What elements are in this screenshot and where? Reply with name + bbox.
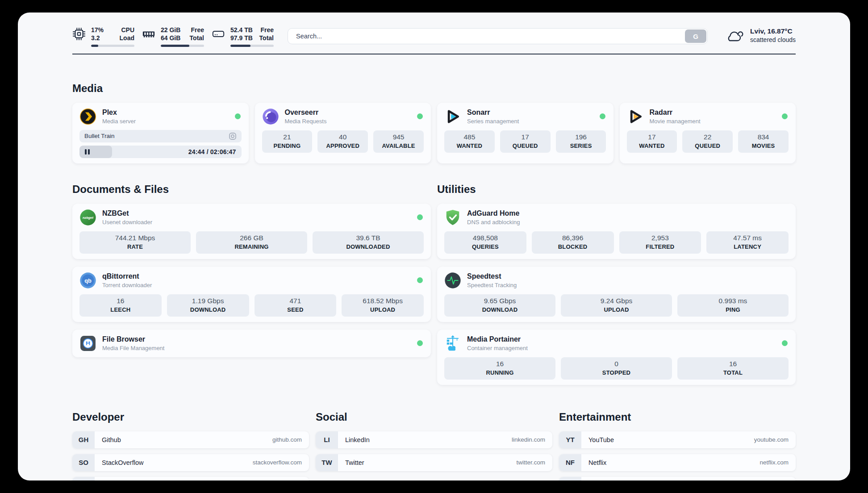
stat-queries: 498,508 QUERIES [444,231,526,254]
stat-upload: 9.24 Gbps UPLOAD [561,294,672,317]
status-dot [235,113,241,119]
bookmark-name: Netflix [588,459,606,466]
app-card-plex[interactable]: Plex Media server Bullet Train [72,103,249,163]
bookmark-url: twitter.com [516,459,545,466]
pause-icon[interactable] [85,149,90,155]
stat-upload: 618.52 Mbps UPLOAD [342,294,424,317]
status-dot [782,113,788,119]
dashboard-panel: 17% 3.2 CPU Load [18,13,850,480]
ram-icon [142,27,155,41]
app-card-nzbget[interactable]: nzbget NZBGet Usenet downloader 744.21 M… [72,204,431,259]
weather-location: Lviv, 16.87°C [750,27,796,36]
top-bar: 17% 3.2 CPU Load [72,26,796,47]
section-title-entertainment: Entertainment [559,411,796,423]
app-title: Sonarr [467,108,519,117]
media-grid: Plex Media server Bullet Train [72,103,796,163]
app-subtitle: Container management [467,345,528,352]
header-divider [72,54,796,54]
cloud-icon [725,27,744,43]
stat-running: 16 RUNNING [444,357,555,380]
app-title: Plex [102,108,136,117]
bookmark-twitter[interactable]: TW Twitter twitter.com [316,454,552,471]
svg-text:nzbget: nzbget [83,216,94,220]
status-dot [600,113,605,119]
section-title-media: Media [72,82,796,95]
cpu-progress-fill [91,45,98,47]
stat-latency: 47.57 ms LATENCY [706,231,789,254]
memory-labels: Free Total [190,26,204,42]
disk-progress-track [230,45,274,47]
status-dot [782,340,788,346]
search-engine-button[interactable]: G [685,29,706,43]
app-subtitle: Speedtest Tracking [467,282,517,289]
search-input[interactable] [288,28,708,44]
section-title-documents: Documents & Files [72,183,431,196]
app-title: Radarr [650,108,701,117]
disk-icon [212,27,225,41]
stat-approved: 40 APPROVED [317,130,368,153]
app-subtitle: Torrent downloader [102,282,152,289]
adguard-icon [444,209,461,226]
bookmark-github[interactable]: GH Github github.com [72,431,309,448]
app-subtitle: Usenet downloader [102,219,152,226]
bookmarks-entertainment: Entertainment YT YouTube youtube.com NF … [559,411,796,480]
app-title: Media Portainer [467,335,528,344]
plex-icon [79,108,96,125]
stat-ping: 0.993 ms PING [677,294,789,317]
app-card-filebrowser[interactable]: File Browser Media File Management [72,330,431,357]
app-card-overseerr[interactable]: Overseerr Media Requests 21 PENDING 40 A… [255,103,431,163]
qbittorrent-icon: qb [79,272,96,289]
bookmark-abbr: RE [559,477,581,480]
cpu-values: 17% 3.2 [91,26,104,42]
memory-progress-fill [161,45,189,47]
stat-filtered: 2,953 FILTERED [619,231,701,254]
app-subtitle: Media Requests [285,118,327,125]
bookmarks-developer: Developer GH Github github.com SO StackO… [72,411,309,480]
stat-stopped: 0 STOPPED [561,357,672,380]
cpu-widget: 17% 3.2 CPU Load [72,26,134,47]
disk-widget: 52.4 TB 97.9 TB Free Total [212,26,274,47]
bookmark-abbr: DT [72,477,95,480]
status-dot [417,214,423,220]
weather-widget: Lviv, 16.87°C scattered clouds [725,27,796,44]
bookmarks-social: Social LI LinkedIn linkedin.com TW Twitt… [316,411,552,477]
stat-wanted: 17 WANTED [627,130,677,153]
app-card-portainer[interactable]: Media Portainer Container management 16 … [437,330,796,385]
app-card-qbittorrent[interactable]: qb qBittorrent Torrent downloader 16 [72,267,431,322]
playback-time: 24:44 / 02:06:47 [188,148,236,155]
bookmark-linkedin[interactable]: LI LinkedIn linkedin.com [316,431,552,448]
app-card-sonarr[interactable]: Sonarr Series management 485 WANTED 17 Q… [437,103,613,163]
now-playing-title: Bullet Train [84,133,115,139]
cpu-icon [72,27,86,41]
app-card-speedtest[interactable]: Speedtest Speedtest Tracking 9.65 Gbps D… [437,267,796,322]
bookmark-name: Github [102,436,121,443]
stat-queued: 17 QUEUED [500,130,551,153]
memory-progress-track [161,45,204,47]
app-card-adguard[interactable]: AdGuard Home DNS and adblocking 498,508 … [437,204,796,259]
app-subtitle: Media server [102,118,136,125]
disk-labels: Free Total [259,26,274,42]
bookmark-stackoverflow[interactable]: SO StackOverflow stackoverflow.com [72,454,309,471]
svg-text:qb: qb [84,277,92,284]
now-playing-row: Bullet Train [79,130,242,142]
bookmark-netflix[interactable]: NF Netflix netflix.com [559,454,796,471]
cpu-labels: CPU Load [120,26,134,42]
playback-progress: 24:44 / 02:06:47 [79,146,242,158]
app-subtitle: Media File Management [102,345,164,352]
section-title-utilities: Utilities [437,183,796,196]
stat-download: 9.65 Gbps DOWNLOAD [444,294,555,317]
stat-series: 196 SERIES [556,130,606,153]
app-card-radarr[interactable]: Radarr Movie management 17 WANTED 22 QUE… [620,103,796,163]
bookmark-dev[interactable]: DT DEV dev.to [72,477,309,480]
stat-movies: 834 MOVIES [738,130,789,153]
nzbget-icon: nzbget [79,209,96,226]
bookmark-reddit[interactable]: RE Reddit reddit.com [559,477,796,480]
app-title: Overseerr [285,108,327,117]
bookmark-name: StackOverflow [102,459,143,466]
app-subtitle: DNS and adblocking [467,219,520,226]
documents-column: Documents & Files [72,183,431,357]
disk-progress-fill [230,45,250,47]
bookmark-url: stackoverflow.com [253,459,302,466]
app-title: File Browser [102,335,164,344]
bookmark-youtube[interactable]: YT YouTube youtube.com [559,431,796,448]
